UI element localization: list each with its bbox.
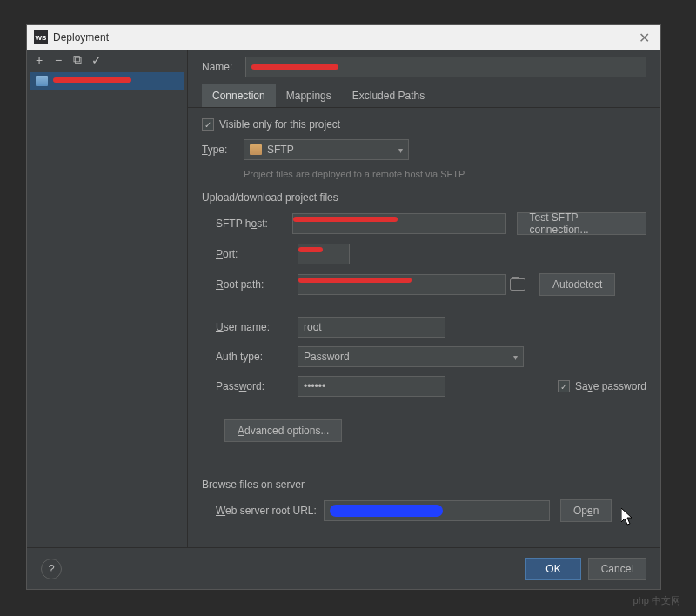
save-password-label: Save password — [575, 380, 646, 392]
watermark: php 中文网 — [633, 594, 680, 607]
remove-button[interactable]: − — [50, 51, 67, 69]
advanced-options-button[interactable]: Advanced options... — [224, 419, 342, 442]
type-hint: Project files are deployed to a remote h… — [202, 169, 646, 179]
sidebar-server-item[interactable] — [30, 72, 184, 90]
advanced-row: Advanced options... — [202, 419, 646, 442]
server-name — [53, 75, 140, 87]
window-title: Deployment — [53, 31, 635, 44]
auth-type-label: Auth type: — [202, 351, 298, 363]
username-label: User name: — [202, 321, 298, 333]
visible-only-label: Visible only for this project — [219, 118, 340, 131]
copy-button[interactable]: ⧉ — [69, 51, 86, 69]
test-connection-button[interactable]: Test SFTP connection... — [517, 212, 647, 235]
web-root-label: Web server root URL: — [202, 505, 324, 517]
type-label: Type: — [202, 144, 244, 156]
upload-section-title: Upload/download project files — [202, 191, 646, 204]
sftp-host-input[interactable] — [292, 213, 505, 234]
name-label: Name: — [202, 61, 245, 73]
type-value: SFTP — [267, 144, 294, 156]
password-row: Password: •••••• ✓ Save password — [202, 376, 646, 397]
sftp-host-label: SFTP host: — [202, 218, 292, 230]
sftp-icon — [250, 144, 262, 155]
chevron-down-icon: ▾ — [513, 352, 518, 362]
password-label: Password: — [202, 380, 298, 392]
port-row: Port: — [202, 244, 646, 264]
type-select[interactable]: SFTP ▾ — [244, 139, 409, 160]
username-row: User name: root — [202, 317, 646, 338]
web-root-input[interactable] — [324, 500, 550, 521]
root-path-row: Root path: Autodetect — [202, 273, 646, 296]
port-input[interactable] — [298, 244, 350, 264]
sftp-host-row: SFTP host: Test SFTP connection... — [202, 212, 646, 235]
auth-type-select[interactable]: Password ▾ — [298, 346, 524, 367]
server-icon — [36, 76, 48, 86]
main-panel: Name: Connection Mappings Excluded Paths… — [188, 50, 660, 547]
visible-only-row: ✓ Visible only for this project — [202, 118, 646, 131]
root-path-input[interactable] — [298, 274, 506, 295]
sidebar: + − ⧉ ✓ — [27, 50, 188, 547]
name-input[interactable] — [245, 57, 646, 77]
tab-excluded-paths[interactable]: Excluded Paths — [342, 84, 435, 107]
help-button[interactable]: ? — [41, 559, 62, 579]
dialog-footer: ? OK Cancel — [27, 547, 660, 589]
close-icon[interactable]: ✕ — [635, 30, 653, 46]
browse-section-title: Browse files on server — [202, 479, 646, 491]
dialog-body: + − ⧉ ✓ Name: Connection Mappings Exclud… — [27, 50, 660, 547]
tab-mappings[interactable]: Mappings — [276, 84, 342, 107]
visible-only-checkbox[interactable]: ✓ — [202, 118, 214, 131]
add-button[interactable]: + — [30, 51, 48, 69]
deployment-dialog: WS Deployment ✕ + − ⧉ ✓ Name: — [26, 24, 661, 590]
type-row: Type: SFTP ▾ — [202, 139, 646, 160]
browse-folder-icon[interactable] — [510, 278, 525, 291]
auth-type-value: Password — [304, 351, 350, 363]
tab-connection[interactable]: Connection — [202, 84, 276, 107]
web-root-row: Web server root URL: Open — [202, 499, 646, 522]
ok-button[interactable]: OK — [525, 558, 580, 580]
port-label: Port: — [202, 248, 298, 260]
title-bar: WS Deployment ✕ — [27, 25, 660, 50]
password-input[interactable]: •••••• — [298, 376, 445, 397]
open-button[interactable]: Open — [560, 499, 612, 522]
mouse-cursor-icon — [621, 508, 635, 529]
autodetect-button[interactable]: Autodetect — [539, 273, 615, 296]
username-input[interactable]: root — [298, 317, 445, 338]
name-row: Name: — [188, 50, 660, 84]
chevron-down-icon: ▾ — [398, 145, 403, 155]
save-password-checkbox[interactable]: ✓ — [558, 380, 570, 392]
cancel-button[interactable]: Cancel — [588, 558, 646, 580]
apply-button[interactable]: ✓ — [88, 51, 105, 69]
auth-type-row: Auth type: Password ▾ — [202, 346, 646, 367]
tabs: Connection Mappings Excluded Paths — [188, 84, 660, 108]
root-path-label: Root path: — [202, 278, 298, 291]
tab-content: ✓ Visible only for this project Type: SF… — [188, 108, 660, 547]
sidebar-toolbar: + − ⧉ ✓ — [27, 50, 187, 70]
app-icon: WS — [34, 30, 48, 44]
